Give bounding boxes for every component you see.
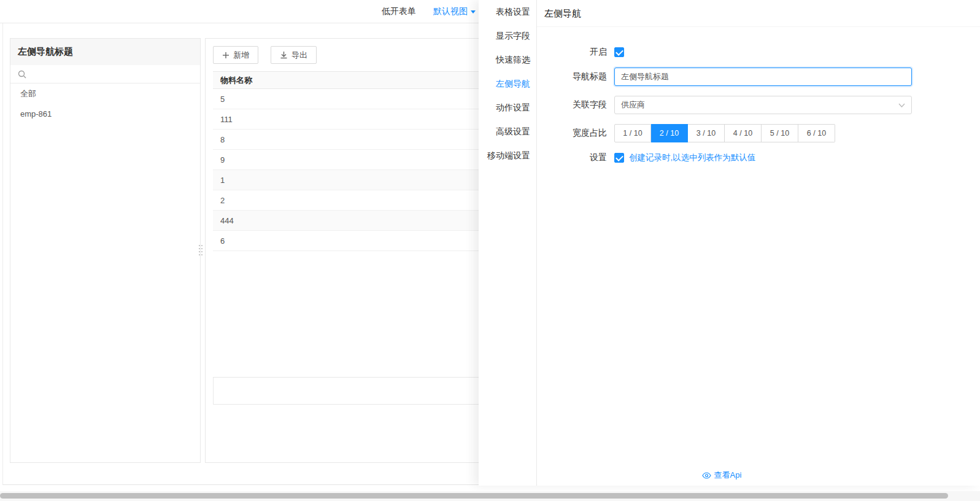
enable-checkbox[interactable] xyxy=(614,47,624,57)
menu-item-display-fields[interactable]: 显示字段 xyxy=(479,24,536,48)
menu-item-advanced-settings[interactable]: 高级设置 xyxy=(479,120,536,144)
menu-item-left-nav[interactable]: 左侧导航 xyxy=(479,72,536,96)
add-button[interactable]: 新增 xyxy=(213,46,258,64)
form-row-settings: 设置 创建记录时,以选中列表作为默认值 xyxy=(537,152,980,163)
caret-down-icon xyxy=(470,9,476,14)
enable-label: 开启 xyxy=(537,47,614,58)
tab-form[interactable]: 低开表单 xyxy=(382,6,416,17)
tab-default-view-label: 默认视图 xyxy=(433,6,468,17)
width-option-1-10[interactable]: 1 / 10 xyxy=(614,124,651,142)
nav-title-input[interactable] xyxy=(614,68,912,86)
settings-option: 创建记录时,以选中列表作为默认值 xyxy=(614,152,755,163)
width-option-3-10[interactable]: 3 / 10 xyxy=(688,124,725,142)
tab-default-view[interactable]: 默认视图 xyxy=(433,6,476,17)
view-api-link[interactable]: 查看Api xyxy=(537,470,906,481)
width-option-5-10[interactable]: 5 / 10 xyxy=(762,124,798,142)
drawer-content: 左侧导航 开启 导航标题 关联字段 供应商 宽度占比 xyxy=(537,0,980,486)
download-icon xyxy=(280,51,288,59)
left-nav-panel: 左侧导航标题 全部 emp-861 xyxy=(10,38,201,463)
related-field-value: 供应商 xyxy=(621,99,645,111)
search-input[interactable] xyxy=(30,69,193,79)
drawer-menu: 表格设置 显示字段 快速筛选 左侧导航 动作设置 高级设置 移动端设置 xyxy=(479,0,537,486)
related-field-select[interactable]: 供应商 xyxy=(614,96,912,114)
form-row-width-ratio: 宽度占比 1 / 10 2 / 10 3 / 10 4 / 10 5 / 10 … xyxy=(537,124,980,142)
panel-resize-handle[interactable] xyxy=(198,243,204,258)
view-api-label: 查看Api xyxy=(714,470,742,481)
settings-drawer: 表格设置 显示字段 快速筛选 左侧导航 动作设置 高级设置 移动端设置 左侧导航… xyxy=(479,0,980,486)
menu-item-quick-filter[interactable]: 快速筛选 xyxy=(479,48,536,72)
form-row-related-field: 关联字段 供应商 xyxy=(537,96,980,114)
related-field-label: 关联字段 xyxy=(537,99,614,111)
horizontal-scrollbar xyxy=(0,491,980,501)
settings-checkbox[interactable] xyxy=(614,153,624,163)
left-nav-title: 左侧导航标题 xyxy=(10,39,200,65)
nav-item-emp[interactable]: emp-861 xyxy=(10,104,200,123)
menu-item-action-settings[interactable]: 动作设置 xyxy=(479,96,536,120)
nav-item-all[interactable]: 全部 xyxy=(10,84,200,104)
width-ratio-group: 1 / 10 2 / 10 3 / 10 4 / 10 5 / 10 6 / 1… xyxy=(614,124,835,142)
drag-dots-icon xyxy=(198,244,203,257)
width-option-4-10[interactable]: 4 / 10 xyxy=(725,124,762,142)
view-tabs: 低开表单 默认视图 xyxy=(382,6,476,17)
left-nav-form: 开启 导航标题 关联字段 供应商 宽度占比 1 / 10 xyxy=(537,27,980,163)
width-ratio-label: 宽度占比 xyxy=(537,128,614,139)
nav-title-label: 导航标题 xyxy=(537,71,614,82)
chevron-down-icon xyxy=(898,103,905,107)
export-button-label: 导出 xyxy=(291,50,307,61)
menu-item-mobile-settings[interactable]: 移动端设置 xyxy=(479,144,536,168)
form-row-nav-title: 导航标题 xyxy=(537,68,980,86)
menu-item-table-settings[interactable]: 表格设置 xyxy=(479,0,536,24)
add-button-label: 新增 xyxy=(233,50,249,61)
settings-label: 设置 xyxy=(537,152,614,163)
plus-icon xyxy=(222,52,230,59)
settings-option-label[interactable]: 创建记录时,以选中列表作为默认值 xyxy=(629,152,755,163)
horizontal-scrollbar-thumb[interactable] xyxy=(0,493,948,499)
width-option-6-10[interactable]: 6 / 10 xyxy=(798,124,835,142)
eye-icon xyxy=(702,472,711,479)
export-button[interactable]: 导出 xyxy=(271,46,317,64)
form-row-enable: 开启 xyxy=(537,47,980,58)
left-nav-search xyxy=(10,65,200,84)
search-icon xyxy=(18,70,26,79)
width-option-2-10[interactable]: 2 / 10 xyxy=(651,124,688,142)
tab-form-label: 低开表单 xyxy=(382,6,416,17)
drawer-title: 左侧导航 xyxy=(537,0,980,27)
